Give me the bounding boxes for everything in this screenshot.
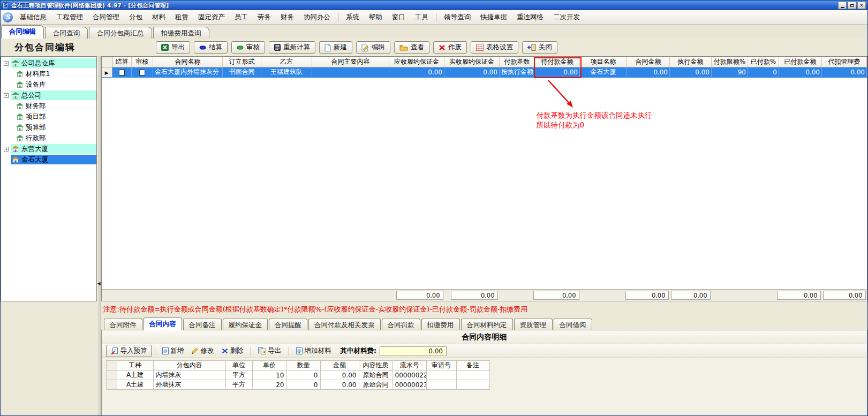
expand-expander-icon[interactable]: + bbox=[4, 147, 9, 152]
col-header[interactable]: 代扣管理费 bbox=[822, 57, 867, 67]
detail-row[interactable]: A土建 内墙抹灰 平方 10 0 0.00 原始合同 00000022 bbox=[106, 370, 489, 380]
cell-main-content[interactable] bbox=[312, 67, 389, 77]
cell-pending-payment[interactable]: 0.00 bbox=[535, 67, 580, 77]
menu-item[interactable]: 租赁 bbox=[170, 11, 193, 24]
export-detail-button[interactable]: 导出 bbox=[254, 345, 285, 357]
tab-performance-deposit[interactable]: 履约保证金 bbox=[223, 319, 268, 330]
import-budget-button[interactable]: 导入预算 bbox=[106, 345, 152, 357]
col-header[interactable]: 审核 bbox=[132, 57, 153, 67]
cell-unit[interactable]: 平方 bbox=[225, 380, 252, 390]
tree-item-project-dept[interactable]: 项目部 bbox=[1, 111, 96, 122]
detail-col-header[interactable]: 单价 bbox=[252, 361, 286, 370]
menu-item[interactable]: 材料 bbox=[147, 11, 170, 24]
void-button[interactable]: 作废 bbox=[433, 41, 467, 54]
tab-contract-penalty[interactable]: 合同罚款 bbox=[382, 319, 420, 330]
tree-item-company-warehouse[interactable]: - 公司总仓库 bbox=[1, 58, 96, 69]
menu-item[interactable]: 固定资产 bbox=[193, 11, 230, 24]
tab-contract-attachment[interactable]: 合同附件 bbox=[104, 319, 142, 330]
menu-item[interactable]: 帮助 bbox=[364, 11, 387, 24]
col-header[interactable]: 合同名称 bbox=[153, 57, 223, 67]
cell-unit-price[interactable]: 20 bbox=[252, 380, 286, 390]
add-material-button[interactable]: 增加材料 bbox=[292, 345, 335, 357]
cell-content-nature[interactable]: 原始合同 bbox=[359, 370, 393, 380]
menu-item[interactable]: 系统 bbox=[341, 11, 364, 24]
cell-withheld-fee[interactable]: 0.00 bbox=[822, 67, 867, 77]
cell-project-name[interactable]: 金石大厦 bbox=[580, 67, 627, 77]
close-button[interactable]: × bbox=[857, 2, 866, 9]
cell-remark[interactable] bbox=[456, 380, 489, 390]
cell-contract-name[interactable]: 金石大厦内外墙抹灰分 bbox=[153, 67, 223, 77]
menu-item[interactable]: 劳务 bbox=[253, 11, 276, 24]
delete-row-button[interactable]: 删除 bbox=[218, 345, 247, 357]
edit-button[interactable]: 编辑 bbox=[356, 41, 390, 54]
cell-paid-amount[interactable]: 0.00 bbox=[779, 67, 822, 77]
collapse-expander-icon[interactable]: - bbox=[4, 93, 9, 98]
cell-form[interactable]: 书面合同 bbox=[223, 67, 261, 77]
tree-item-dongying-building[interactable]: + 东营大厦 bbox=[1, 143, 96, 154]
cell-trade[interactable]: A土建 bbox=[117, 380, 153, 390]
detail-col-header[interactable]: 备注 bbox=[456, 361, 489, 370]
cell-received-deposit[interactable]: 0.00 bbox=[444, 67, 500, 77]
cell-quantity[interactable]: 0 bbox=[286, 380, 320, 390]
splitter-collapse-icon[interactable]: ◀ bbox=[97, 281, 101, 286]
table-settings-button[interactable]: 表格设置 bbox=[471, 41, 518, 54]
tree-splitter[interactable]: ◀ bbox=[97, 56, 101, 416]
menu-item[interactable]: 基础信息 bbox=[15, 11, 51, 24]
settle-checkbox[interactable] bbox=[119, 70, 125, 75]
tab-contract-borrowing[interactable]: 合同借阅 bbox=[554, 319, 592, 330]
menu-item[interactable]: 快捷单据 bbox=[475, 11, 512, 24]
minimize-button[interactable] bbox=[838, 2, 847, 9]
cell-party-b[interactable]: 王猛建筑队 bbox=[261, 67, 312, 77]
modify-row-button[interactable]: 修改 bbox=[188, 345, 218, 357]
close-page-button[interactable]: 关闭 bbox=[522, 41, 557, 54]
add-row-button[interactable]: 新增 bbox=[158, 345, 188, 357]
col-header[interactable]: 合同金额 bbox=[627, 57, 670, 67]
menu-item[interactable]: 工程管理 bbox=[51, 11, 88, 24]
restore-button[interactable] bbox=[848, 2, 856, 9]
col-header[interactable]: 已付款金额 bbox=[779, 57, 822, 67]
menu-item[interactable]: 财务 bbox=[276, 11, 299, 24]
tab-contract-query[interactable]: 合同查询 bbox=[45, 27, 88, 39]
cell-remark[interactable] bbox=[456, 370, 489, 380]
recalculate-button[interactable]: 重新计算 bbox=[269, 41, 315, 54]
tab-contract-edit[interactable]: 合同编辑 bbox=[1, 25, 44, 39]
menu-item[interactable]: 领导查询 bbox=[439, 11, 475, 24]
cell-amount[interactable]: 0.00 bbox=[320, 370, 359, 380]
menu-item[interactable]: 员工 bbox=[230, 11, 253, 24]
col-header[interactable]: 合同主要内容 bbox=[312, 57, 389, 67]
col-header[interactable]: 实收履约保证金 bbox=[444, 57, 500, 67]
tree-item-budget-dept[interactable]: 预算部 bbox=[1, 122, 96, 133]
cell-unit[interactable]: 平方 bbox=[225, 370, 252, 380]
menu-item[interactable]: 重连网络 bbox=[512, 11, 548, 24]
tree-item-equipment-store[interactable]: 设备库 bbox=[1, 79, 96, 90]
detail-row[interactable]: A土建 外墙抹灰 平方 20 0 0.00 原始合同 00000023 bbox=[106, 380, 489, 390]
tab-subcontractor-summary[interactable]: 合同分包商汇总 bbox=[89, 27, 152, 39]
cell-quantity[interactable]: 0 bbox=[286, 370, 320, 380]
cell-content-nature[interactable]: 原始合同 bbox=[359, 380, 393, 390]
detail-col-header[interactable]: 工种 bbox=[117, 361, 153, 370]
cell-request-number[interactable] bbox=[426, 370, 456, 380]
tab-contract-reminder[interactable]: 合同提醒 bbox=[269, 319, 307, 330]
contract-row-selected[interactable]: ▶ 金石大厦内外墙抹灰分 书面合同 王猛建筑队 0.00 0.00 按执行金额 … bbox=[102, 67, 867, 77]
tab-withholding-fee[interactable]: 扣缴费用 bbox=[421, 319, 460, 330]
tab-withholding-fee-query[interactable]: 扣缴费用查询 bbox=[153, 27, 209, 39]
cell-paid-percent[interactable]: 0 bbox=[748, 67, 779, 77]
tree-item-material-store[interactable]: 材料库1 bbox=[1, 69, 96, 79]
export-button[interactable]: 导出 bbox=[156, 41, 190, 54]
cell-trade[interactable]: A土建 bbox=[117, 370, 153, 380]
detail-col-header[interactable]: 数量 bbox=[286, 361, 320, 370]
tree-item-head-office[interactable]: - 总公司 bbox=[1, 90, 96, 101]
cell-payment-base[interactable]: 按执行金额 bbox=[500, 67, 535, 77]
col-header-pending-payment[interactable]: 待付款金额 bbox=[535, 57, 580, 67]
detail-col-header[interactable]: 单位 bbox=[225, 361, 252, 370]
tab-contract-content[interactable]: 合同内容 bbox=[144, 317, 182, 330]
cell-subcontract-content[interactable]: 外墙抹灰 bbox=[153, 380, 225, 390]
menu-item[interactable]: 窗口 bbox=[387, 11, 410, 24]
detail-col-header[interactable]: 分包内容 bbox=[153, 361, 225, 370]
cell-amount[interactable]: 0.00 bbox=[320, 380, 359, 390]
new-button[interactable]: 新建 bbox=[319, 41, 352, 54]
col-header[interactable]: 结算 bbox=[112, 57, 132, 67]
tab-payment-invoices[interactable]: 合同付款及相关发票 bbox=[308, 319, 381, 330]
audit-checkbox[interactable] bbox=[139, 70, 145, 75]
view-button[interactable]: 查看 bbox=[394, 41, 429, 54]
